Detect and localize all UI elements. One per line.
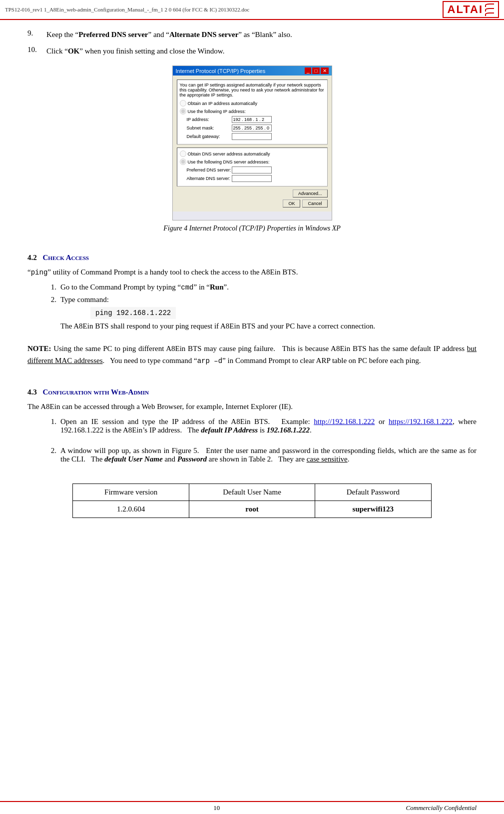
credentials-table: Firmware version Default User Name Defau… <box>72 484 432 518</box>
footer-page-number: 10 <box>27 804 406 812</box>
link-https[interactable]: https://192.168.1.222 <box>389 418 453 426</box>
bird-icon-1 <box>485 4 494 7</box>
logo-area: ALTAI <box>443 1 500 18</box>
default-ip-value: 192.168.1.222 <box>267 426 310 434</box>
cancel-button[interactable]: Cancel <box>302 200 327 208</box>
ip-input[interactable] <box>232 116 272 123</box>
section-4-3-intro: The A8Ein can be accessed through a Web … <box>27 400 477 412</box>
step-4-2-1: 1. Go to the Command Prompt by typing “c… <box>42 283 477 292</box>
step-10-num: 10. <box>27 46 43 57</box>
dialog-maximize-btn[interactable]: □ <box>312 68 319 74</box>
radio-manual-dns[interactable] <box>180 158 186 165</box>
table-header-row: Firmware version Default User Name Defau… <box>72 484 431 500</box>
step-4-2-2: 2. Type command: ping 192.168.1.222 The … <box>42 296 477 330</box>
step-10: 10. Click “OK” when you finish setting a… <box>27 46 477 57</box>
dialog-radio-manual-ip: Use the following IP address: <box>180 108 325 114</box>
section-4-2-intro: “ping” utility of Command Prompt is a ha… <box>27 266 477 278</box>
dialog-advanced-row: Advanced... <box>177 190 328 198</box>
step-4-3-1: 1. Open an IE session and type the IP ad… <box>42 418 477 434</box>
gateway-input[interactable] <box>232 133 272 140</box>
radio-auto-dns[interactable] <box>180 150 186 157</box>
ping-code-intro: ping <box>31 268 48 276</box>
step-9-num: 9. <box>27 29 43 40</box>
section-4-3-num: 4.3 <box>27 388 37 396</box>
subnet-label: Subnet mask: <box>187 126 232 130</box>
dialog-section-dns: Obtain DNS server address automatically … <box>177 148 328 186</box>
table-row: 1.2.0.604 root superwifi123 <box>72 500 431 518</box>
dialog-gateway-row: Default gateway: <box>187 133 325 140</box>
page-footer: 10 Commercially Confidential <box>0 801 504 814</box>
preferred-dns-input[interactable] <box>232 166 272 174</box>
step-4-3-2-num: 2. <box>42 446 56 464</box>
footer-confidential: Commercially Confidential <box>406 804 477 812</box>
logo-box: ALTAI <box>443 1 500 18</box>
dialog-section-general: You can get IP settings assigned automat… <box>177 80 328 144</box>
dialog-radio-manual-dns: Use the following DNS server addresses: <box>180 158 325 165</box>
logo-birds <box>485 4 494 16</box>
section-4-2-num: 4.2 <box>27 254 37 262</box>
link-http[interactable]: http://192.168.1.222 <box>314 418 375 426</box>
dialog-title-bar: Internet Protocol (TCP/IP) Properties _ … <box>173 66 332 76</box>
main-content: 9. Keep the “Preferred DNS server” and “… <box>0 20 504 538</box>
radio-auto-dns-label: Obtain DNS server address automatically <box>188 152 270 156</box>
default-password-label: Password <box>177 455 207 463</box>
step-10-text: Click “OK” when you finish setting and c… <box>46 46 477 57</box>
alternate-dns-input[interactable] <box>232 175 272 182</box>
section-4-2-steps: 1. Go to the Command Prompt by typing “c… <box>42 283 477 330</box>
advanced-button[interactable]: Advanced... <box>293 190 328 198</box>
gateway-label: Default gateway: <box>187 134 232 139</box>
step-9: 9. Keep the “Preferred DNS server” and “… <box>27 29 477 40</box>
alternate-dns-label: Alternate DNS server: <box>187 176 232 181</box>
col-firmware: Firmware version <box>72 484 189 500</box>
note-label: NOTE: <box>27 344 51 352</box>
col-password: Default Password <box>315 484 432 500</box>
dialog-ip-row: IP address: <box>187 116 325 123</box>
bird-icon-3 <box>485 12 494 16</box>
dialog-radio-auto-dns: Obtain DNS server address automatically <box>180 150 325 157</box>
page-header: TPS12-016_rev1 1_A8Ein_web-admin_Configu… <box>0 0 504 20</box>
default-username-label: default User Name <box>104 455 163 463</box>
step-4-2-1-text: Go to the Command Prompt by typing “cmd”… <box>60 283 477 292</box>
cmd-code: cmd <box>181 284 193 292</box>
dialog-ok-cancel-row: OK Cancel <box>177 200 328 208</box>
section-4-3-title: Configuration with Web-Admin <box>43 388 149 396</box>
ip-label: IP address: <box>187 117 232 122</box>
document-title: TPS12-016_rev1 1_A8Ein_web-admin_Configu… <box>5 6 249 12</box>
figure-4-image: Internet Protocol (TCP/IP) Properties _ … <box>172 66 332 220</box>
dialog-alternate-dns-row: Alternate DNS server: <box>187 175 325 182</box>
ok-button[interactable]: OK <box>283 200 300 208</box>
underline-mac: but different MAC addresses <box>27 344 477 364</box>
figure-4-caption: Figure 4 Internet Protocol (TCP/IP) Prop… <box>163 224 341 232</box>
ping-code-block: ping 192.168.1.222 <box>90 307 176 319</box>
section-4-2-heading: 4.2 Check Access <box>27 254 477 262</box>
dialog-body: You can get IP settings assigned automat… <box>173 76 332 212</box>
step-4-3-1-num: 1. <box>42 418 56 434</box>
section-4-3-heading: 4.3 Configuration with Web-Admin <box>27 388 477 396</box>
section-4-3-steps: 1. Open an IE session and type the IP ad… <box>42 418 477 464</box>
radio-manual-ip[interactable] <box>180 108 186 114</box>
cell-firmware-version: 1.2.0.604 <box>72 500 189 518</box>
dialog-preferred-dns-row: Preferred DNS server: <box>187 166 325 174</box>
dialog-minimize-btn[interactable]: _ <box>305 68 312 74</box>
step-9-text: Keep the “Preferred DNS server” and “Alt… <box>46 29 477 40</box>
dialog-close-btn[interactable]: ✕ <box>321 68 329 74</box>
section-4-2-title: Check Access <box>43 254 89 262</box>
step-4-2-2-text: Type command: ping 192.168.1.222 The A8E… <box>60 296 477 330</box>
preferred-dns-label: Preferred DNS server: <box>187 168 232 172</box>
dialog-title-text: Internet Protocol (TCP/IP) Properties <box>176 68 266 74</box>
cell-default-password: superwifi123 <box>315 500 432 518</box>
radio-auto-ip-label: Obtain an IP address automatically <box>188 101 257 106</box>
arp-code: arp –d <box>197 357 222 365</box>
dialog-subnet-row: Subnet mask: <box>187 124 325 132</box>
radio-manual-ip-label: Use the following IP address: <box>188 109 246 114</box>
bird-icon-2 <box>485 8 494 12</box>
note-block-4-2: NOTE: Using the same PC to ping differen… <box>27 342 477 366</box>
step-4-3-1-text: Open an IE session and type the IP addre… <box>60 418 477 434</box>
step-4-3-2: 2. A window will pop up, as shown in Fig… <box>42 446 477 464</box>
default-ip-label: default IP Address <box>201 426 258 434</box>
radio-auto-ip[interactable] <box>180 100 186 106</box>
subnet-input[interactable] <box>232 124 272 132</box>
radio-manual-dns-label: Use the following DNS server addresses: <box>188 160 270 164</box>
dialog-info-text: You can get IP settings assigned automat… <box>180 82 325 98</box>
step-4-3-2-text: A window will pop up, as shown in Figure… <box>60 446 477 464</box>
